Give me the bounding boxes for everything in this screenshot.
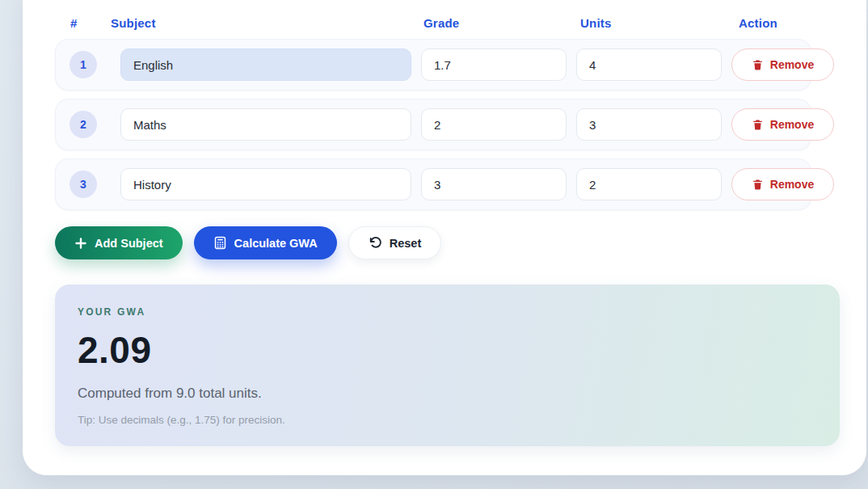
remove-button-label: Remove [770,58,814,71]
gwa-subtext: Computed from 9.0 total units. [78,386,817,402]
calculate-gwa-button[interactable]: Calculate GWA [194,226,337,259]
remove-button[interactable]: Remove [731,168,834,200]
toolbar: Add Subject Calculate GWA Reset [55,226,811,259]
table-header: # Subject Grade Units Action [55,13,811,32]
calculator-icon [213,236,227,250]
grade-input[interactable] [421,48,567,81]
row-number-badge: 1 [70,51,97,78]
add-subject-button[interactable]: Add Subject [55,226,183,259]
trash-icon [752,118,764,131]
remove-button[interactable]: Remove [731,108,834,141]
subject-input[interactable] [120,168,411,200]
col-header-grade: Grade [420,16,566,30]
grade-input[interactable] [421,108,567,141]
trash-icon [752,58,764,71]
table-row: 1 Remove [55,39,811,91]
remove-button-label: Remove [770,118,814,131]
remove-button[interactable]: Remove [731,48,834,81]
gwa-tip: Tip: Use decimals (e.g., 1.75) for preci… [78,414,817,426]
undo-icon [369,236,382,250]
units-input[interactable] [576,108,722,141]
col-header-index: # [55,16,110,30]
reset-label: Reset [390,237,422,250]
remove-button-label: Remove [770,178,814,191]
gwa-result-card: YOUR GWA 2.09 Computed from 9.0 total un… [55,285,840,446]
row-number-badge: 2 [70,111,97,138]
table-row: 3 Remove [55,158,811,210]
col-header-action: Action [731,16,833,30]
gwa-label: YOUR GWA [78,306,817,318]
units-input[interactable] [576,168,722,200]
subject-input[interactable] [120,108,411,141]
reset-button[interactable]: Reset [348,226,442,259]
row-number-badge: 3 [70,171,97,198]
col-header-units: Units [575,16,721,30]
calculator-panel: # Subject Grade Units Action 1 Remove 2 [23,0,866,475]
table-row: 2 Remove [55,99,811,150]
trash-icon [752,178,764,191]
plus-icon [74,237,87,250]
col-header-subject: Subject [111,16,402,30]
units-input[interactable] [576,48,722,81]
gwa-value: 2.09 [78,328,817,372]
subject-input[interactable] [120,48,411,81]
add-subject-label: Add Subject [95,237,163,250]
grade-input[interactable] [421,168,567,200]
calculate-gwa-label: Calculate GWA [234,237,318,250]
